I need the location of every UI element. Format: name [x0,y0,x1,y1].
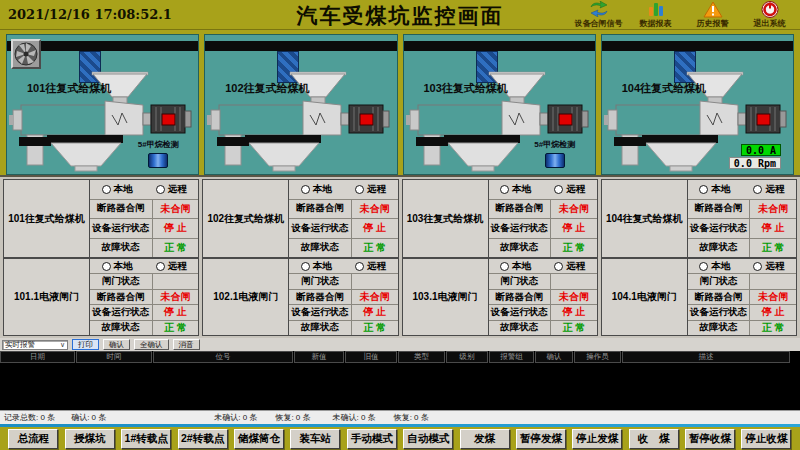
ack-all-button[interactable]: 全确认 [134,339,169,350]
row-label: 闸门状态 [489,274,551,288]
row-label: 断路器合闸 [489,200,551,219]
rpm-meter: 0.0 Rpm [729,157,781,169]
nav-coal-silo-button[interactable]: 储煤筒仓 [234,429,284,449]
total-records-stat: 记录总数: 0 条 [4,412,55,423]
chevron-down-icon [60,340,65,349]
local-radio[interactable]: 本地 [102,260,133,273]
print-button[interactable]: 打印 [72,339,99,350]
remote-radio[interactable]: 远程 [355,183,386,196]
run-state-row: 设备运行状态停 止 [289,219,397,239]
local-label: 本地 [512,260,531,273]
nav-transfer-point-2-button[interactable]: 2#转载点 [178,429,228,449]
col-old-value: 旧值 [345,351,397,363]
radio-icon [301,185,310,194]
device-label: 101.1电液闸门 [4,259,90,335]
radio-icon [102,185,111,194]
device-close-signal-button[interactable]: 设备合闸信号 [570,0,627,30]
device-label: 101往复式给煤机 [4,180,90,257]
feeder-status-group: 104往复式给煤机 本地 远程 断路器合闸未合闸 设备运行状态停 止 故障状态正… [602,180,796,259]
feeder-panel-101: 101往复式给煤机 5#甲烷检测 [6,34,199,175]
row-label: 设备运行状态 [90,305,152,319]
remote-radio[interactable]: 远程 [554,260,585,273]
local-label: 本地 [114,260,133,273]
mode-row: 本地 远程 [90,259,198,274]
breaker-row: 断路器合闸未合闸 [90,200,198,220]
run-value: 停 止 [550,305,597,319]
fault-state-row: 故障状态正 常 [289,239,397,258]
col-operator: 操作员 [574,351,621,363]
radio-icon [753,262,762,271]
radio-icon [156,262,165,271]
fault-value: 正 常 [749,239,796,258]
fault-state-row: 故障状态正 常 [489,239,597,258]
row-label: 断路器合闸 [688,200,750,219]
pause-send-coal-button[interactable]: 暂停发煤 [516,429,566,449]
manual-mode-button[interactable]: 手动模式 [347,429,397,449]
nav-overview-button[interactable]: 总流程 [8,429,58,449]
device-label: 102.1电液闸门 [203,259,289,335]
tool-label: 退出系统 [754,18,786,29]
unacked-stat-2: 未确认: 0 条 [333,412,376,423]
receive-coal-button[interactable]: 收 煤 [629,429,679,449]
col-description: 描述 [622,351,790,363]
breaker-row: 断路器合闸未合闸 [688,290,796,305]
stop-send-coal-button[interactable]: 停止发煤 [572,429,622,449]
local-radio[interactable]: 本地 [699,183,730,196]
send-coal-button[interactable]: 发煤 [460,429,510,449]
col-date: 日期 [0,351,75,363]
status-column-104: 104往复式给煤机 本地 远程 断路器合闸未合闸 设备运行状态停 止 故障状态正… [601,179,797,336]
local-radio[interactable]: 本地 [301,260,332,273]
nav-coal-pit-button[interactable]: 授煤坑 [65,429,115,449]
status-column-101: 101往复式给煤机 本地 远程 断路器合闸未合闸 设备运行状态停 止 故障状态正… [3,179,199,336]
local-radio[interactable]: 本地 [102,183,133,196]
remote-radio[interactable]: 远程 [554,183,585,196]
data-report-button[interactable]: 数据报表 [627,0,684,30]
remote-radio[interactable]: 远程 [753,183,784,196]
remote-radio[interactable]: 远程 [355,260,386,273]
local-radio[interactable]: 本地 [500,260,531,273]
radio-icon [699,185,708,194]
alarm-filter-select[interactable]: 实时报警 [2,340,68,350]
recovered-stat-2: 恢复: 0 条 [394,412,429,423]
remote-radio[interactable]: 远程 [753,260,784,273]
alarm-filter-value: 实时报警 [5,340,35,350]
feeder-status-group: 103往复式给煤机 本地 远程 断路器合闸未合闸 设备运行状态停 止 故障状态正… [403,180,597,259]
remote-label: 远程 [765,260,784,273]
alarm-table-header: 日期 时间 位号 新值 旧值 类型 级别 报警组 确认 操作员 描述 [0,351,800,363]
auto-mode-button[interactable]: 自动模式 [403,429,453,449]
breaker-value: 未合闸 [351,200,398,219]
col-level: 级别 [446,351,488,363]
motor-meters: 0.0 A 0.0 Rpm [729,144,781,169]
mode-row: 本地 远程 [90,180,198,200]
row-label: 故障状态 [688,239,750,258]
run-value: 停 止 [351,305,398,319]
pause-receive-coal-button[interactable]: 暂停收煤 [685,429,735,449]
valve-status-group: 101.1电液闸门 本地 远程 闸门状态 断路器合闸未合闸 设备运行状态停 止 … [4,259,198,335]
stop-receive-coal-button[interactable]: 停止收煤 [741,429,791,449]
nav-loading-station-button[interactable]: 装车站 [290,429,340,449]
local-radio[interactable]: 本地 [500,183,531,196]
remote-label: 远程 [168,183,187,196]
local-radio[interactable]: 本地 [699,260,730,273]
local-label: 本地 [512,183,531,196]
row-label: 断路器合闸 [289,290,351,304]
row-label: 闸门状态 [688,274,750,288]
history-alarm-button[interactable]: 历史报警 [684,0,741,30]
run-value: 停 止 [749,305,796,319]
ack-button[interactable]: 确认 [103,339,130,350]
remote-radio[interactable]: 远程 [156,260,187,273]
status-column-103: 103往复式给煤机 本地 远程 断路器合闸未合闸 设备运行状态停 止 故障状态正… [402,179,598,336]
local-radio[interactable]: 本地 [301,183,332,196]
device-label: 103.1电液闸门 [403,259,489,335]
nav-transfer-point-1-button[interactable]: 1#转载点 [121,429,171,449]
remote-label: 远程 [168,260,187,273]
mute-button[interactable]: 消音 [173,339,200,350]
remote-label: 远程 [566,183,585,196]
col-tag: 位号 [153,351,293,363]
alarm-table-body[interactable] [0,363,800,410]
fault-value: 正 常 [351,321,398,335]
remote-radio[interactable]: 远程 [156,183,187,196]
exit-system-button[interactable]: 退出系统 [741,0,798,30]
row-label: 断路器合闸 [90,290,152,304]
status-column-102: 102往复式给煤机 本地 远程 断路器合闸未合闸 设备运行状态停 止 故障状态正… [202,179,398,336]
